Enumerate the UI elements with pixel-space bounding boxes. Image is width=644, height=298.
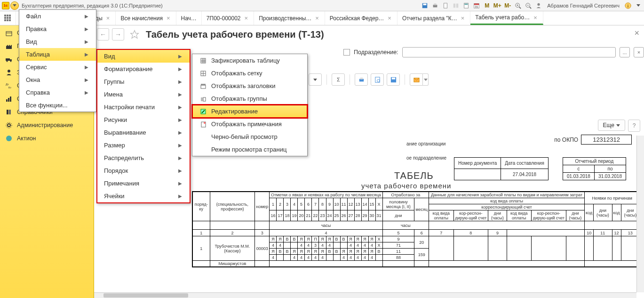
- tab-close-icon[interactable]: ×: [460, 15, 466, 22]
- subdivision-more-button[interactable]: ...: [620, 47, 630, 57]
- tab-6[interactable]: Отчеты раздела "К…×: [398, 11, 470, 25]
- memory-mplus-button[interactable]: M+: [493, 2, 501, 9]
- back-button[interactable]: ←: [97, 28, 109, 40]
- document-icon[interactable]: [442, 2, 449, 9]
- titlebar-icons: 31 M M+ M- Абрамов Геннадий Сергеевич i: [421, 2, 642, 9]
- subdivision-clear-button[interactable]: ×: [634, 47, 644, 57]
- menu-item-4[interactable]: Редактирование: [192, 105, 307, 118]
- menu-item-9[interactable]: Порядок▶: [97, 164, 190, 177]
- menu-item-2[interactable]: Группы▶: [97, 75, 190, 88]
- menu-label: Выравнивание: [104, 129, 178, 136]
- menu-item-1[interactable]: Правка▶: [19, 23, 96, 35]
- calculator-icon[interactable]: [462, 2, 470, 9]
- menu-item-6[interactable]: Выравнивание▶: [97, 126, 190, 139]
- menu-item-0[interactable]: Файл▶: [19, 10, 96, 23]
- menu-label: Правка: [26, 25, 85, 32]
- zoom-in-icon[interactable]: [514, 2, 522, 9]
- tab-5[interactable]: Российская Федер…×: [325, 11, 398, 25]
- save-icon[interactable]: [421, 2, 429, 9]
- more-button[interactable]: Еще: [598, 120, 625, 131]
- tab-3[interactable]: 7П00-000002×: [202, 11, 254, 25]
- menu-item-7[interactable]: Все функции...: [19, 99, 96, 112]
- tab-4[interactable]: Производственны…×: [254, 11, 325, 25]
- menu-icon: [199, 70, 207, 77]
- memory-mminus-button[interactable]: M-: [504, 2, 511, 9]
- svg-line-17: [530, 7, 532, 8]
- sum-button[interactable]: Σ: [332, 73, 345, 86]
- menu-item-2[interactable]: Вид▶: [19, 35, 96, 48]
- print-button[interactable]: [355, 73, 368, 86]
- favorite-star-icon[interactable]: [130, 30, 139, 39]
- memory-m-button[interactable]: M: [483, 2, 491, 9]
- close-document-button[interactable]: ×: [634, 28, 639, 38]
- nav-item-8[interactable]: Актион: [0, 132, 94, 145]
- svg-rect-35: [8, 98, 9, 102]
- menu-item-3[interactable]: Таблица▶: [19, 48, 96, 61]
- info-icon[interactable]: i: [624, 2, 632, 9]
- menu-item-6[interactable]: Черно-белый просмотр: [192, 130, 307, 143]
- tab-close-icon[interactable]: ×: [387, 15, 392, 22]
- submenu-arrow-icon: ▶: [178, 92, 182, 97]
- tab-close-icon[interactable]: ×: [244, 15, 249, 22]
- main-menu[interactable]: Файл▶Правка▶Вид▶Таблица▶Сервис▶Окна▶Спра…: [19, 9, 96, 112]
- tab-close-icon[interactable]: ×: [533, 14, 538, 21]
- svg-rect-37: [7, 110, 8, 114]
- menu-item-2[interactable]: Отображать заголовки: [192, 80, 307, 92]
- menu-item-10[interactable]: Примечания▶: [97, 177, 190, 190]
- save-doc-button[interactable]: [387, 73, 400, 86]
- help-button[interactable]: ?: [628, 120, 640, 132]
- user-name[interactable]: Абрамов Геннадий Сергеевич: [545, 3, 621, 8]
- subdivision-checkbox[interactable]: [343, 49, 350, 56]
- vertical-scrollbar[interactable]: [636, 136, 644, 292]
- svg-rect-62: [203, 97, 206, 101]
- main-timesheet-table[interactable]: поряд-ку (специальность, профессия) номе…: [192, 191, 640, 267]
- menu-item-7[interactable]: Режим просмотра страниц: [192, 143, 307, 156]
- menu-label: Отображать группы: [211, 95, 300, 102]
- menu-item-4[interactable]: Настройки печати▶: [97, 101, 190, 113]
- menu-item-11[interactable]: Ячейки▶: [97, 190, 190, 202]
- horizontal-scrollbar[interactable]: [94, 292, 636, 298]
- tab-close-icon[interactable]: ×: [314, 15, 320, 22]
- menu-item-7[interactable]: Размер▶: [97, 139, 190, 152]
- menu-item-3[interactable]: Отображать группы: [192, 92, 307, 105]
- view-submenu[interactable]: Зафиксировать таблицуОтображать сеткуОто…: [192, 54, 308, 156]
- calendar-icon[interactable]: 31: [473, 2, 480, 9]
- menu-item-4[interactable]: Сервис▶: [19, 61, 96, 73]
- menu-item-0[interactable]: Вид▶: [97, 50, 190, 63]
- compare-icon[interactable]: [452, 2, 460, 9]
- toolbar-button-1[interactable]: [309, 73, 322, 86]
- menu-icon: [199, 96, 207, 102]
- document-title: Табель учета рабочего времени (Т-13): [146, 29, 324, 40]
- subdivision-input[interactable]: [402, 47, 616, 57]
- menu-item-1[interactable]: Отображать сетку: [192, 67, 307, 80]
- apps-grid-button[interactable]: [0, 11, 16, 25]
- caret-down-icon[interactable]: [635, 2, 642, 9]
- nav-label: Актион: [17, 135, 36, 142]
- menu-item-5[interactable]: Рисунки▶: [97, 113, 190, 126]
- svg-text:31: 31: [475, 4, 478, 8]
- nav-item-7[interactable]: Администрирование: [0, 119, 94, 132]
- svg-rect-61: [201, 97, 203, 101]
- tab-7[interactable]: Табель учета рабо…×: [470, 11, 543, 25]
- tab-1[interactable]: Все начисления×: [116, 11, 176, 25]
- menu-item-5[interactable]: Окна▶: [19, 73, 96, 86]
- svg-text:Кт: Кт: [8, 86, 11, 89]
- tab-close-icon[interactable]: ×: [166, 15, 171, 22]
- preview-button[interactable]: [371, 73, 384, 86]
- menu-item-8[interactable]: Распределить▶: [97, 152, 190, 164]
- tab-2[interactable]: Нач…: [176, 11, 202, 25]
- forward-button[interactable]: →: [112, 28, 124, 40]
- submenu-arrow-icon: ▶: [178, 130, 182, 135]
- submenu-arrow-icon: ▶: [85, 90, 88, 95]
- print-icon[interactable]: [431, 2, 439, 9]
- tab-bar: Кадровые переводы×Все начисления×Нач…7П0…: [0, 11, 644, 25]
- zoom-out-icon[interactable]: [525, 2, 532, 9]
- menu-item-1[interactable]: Форматирование▶: [97, 63, 190, 75]
- main-menu-dropdown[interactable]: [10, 1, 19, 10]
- mail-button[interactable]: [410, 73, 429, 86]
- menu-item-0[interactable]: Зафиксировать таблицу: [192, 54, 307, 67]
- menu-item-6[interactable]: Справка▶: [19, 86, 96, 99]
- menu-item-5[interactable]: Отображать примечания: [192, 118, 307, 130]
- tab-close-icon[interactable]: ×: [105, 15, 111, 22]
- menu-item-3[interactable]: Имена▶: [97, 88, 190, 101]
